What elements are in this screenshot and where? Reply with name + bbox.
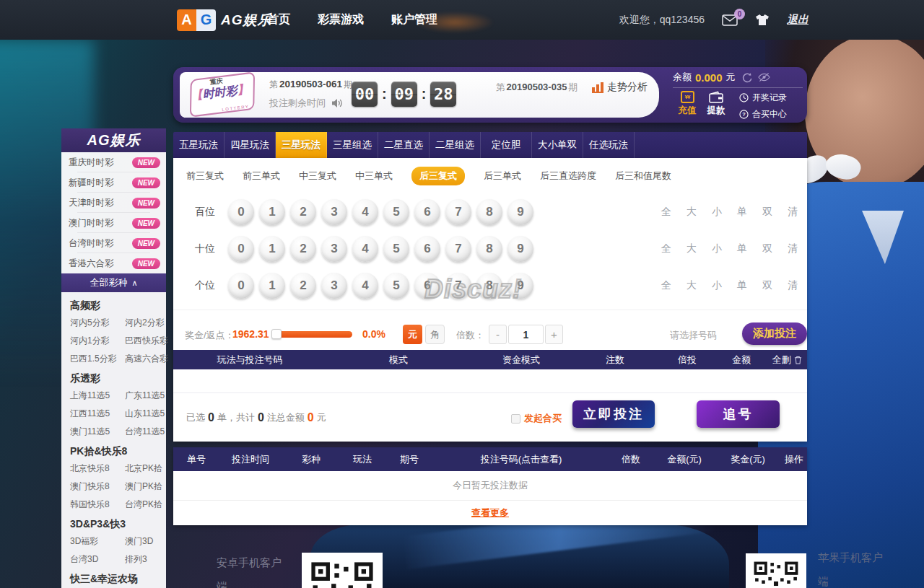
sidebar-link[interactable]: 北京PK拾 xyxy=(125,462,162,475)
ball-7[interactable]: 7 xyxy=(445,236,471,262)
filter-all[interactable]: 全 xyxy=(661,279,671,292)
ball-0[interactable]: 0 xyxy=(228,236,254,262)
ball-4[interactable]: 4 xyxy=(352,199,378,225)
ball-9[interactable]: 9 xyxy=(507,236,533,262)
slider-handle[interactable] xyxy=(271,329,282,339)
group-buy-toggle[interactable]: 发起合买 xyxy=(511,412,562,425)
withdraw-button[interactable]: 提款 xyxy=(702,91,731,117)
recharge-button[interactable]: ¥¥ 充值 xyxy=(673,91,702,117)
filter-even[interactable]: 双 xyxy=(762,206,772,219)
filter-all[interactable]: 全 xyxy=(661,206,671,219)
filter-all[interactable]: 全 xyxy=(661,242,671,255)
subtab-back3-multi[interactable]: 后三复式 xyxy=(411,167,465,185)
ball-6[interactable]: 6 xyxy=(414,273,440,299)
multiplier-plus-button[interactable]: + xyxy=(545,325,563,344)
tab-position[interactable]: 定位胆 xyxy=(481,132,532,158)
sidebar-link[interactable]: 河内1分彩 xyxy=(70,335,116,347)
sidebar-item-tjssc[interactable]: 天津时时彩 NEW xyxy=(61,193,166,213)
shirt-icon[interactable] xyxy=(755,14,770,26)
chase-number-button[interactable]: 追号 xyxy=(697,400,780,428)
ball-8[interactable]: 8 xyxy=(476,199,502,225)
filter-clear[interactable]: 清 xyxy=(788,242,798,255)
ball-9[interactable]: 9 xyxy=(507,199,533,225)
sidebar-link[interactable]: 广东11选5 xyxy=(125,390,165,402)
subtab-mid3-single[interactable]: 中三单式 xyxy=(355,170,393,183)
view-more-link[interactable]: 查看更多 xyxy=(471,506,509,519)
sidebar-item-cqssc[interactable]: 重庆时时彩 NEW xyxy=(61,152,166,172)
sidebar-link[interactable]: 澳门快乐8 xyxy=(70,481,116,493)
ball-9[interactable]: 9 xyxy=(507,273,533,299)
filter-big[interactable]: 大 xyxy=(687,206,697,219)
unit-jiao-button[interactable]: 角 xyxy=(425,325,445,344)
coop-center-link[interactable]: ? 合买中心 xyxy=(739,108,787,120)
sidebar-link[interactable]: 3D福彩 xyxy=(70,535,116,548)
sidebar-link[interactable]: 北京快乐8 xyxy=(70,462,116,475)
filter-odd[interactable]: 单 xyxy=(737,242,747,255)
mail-icon[interactable]: 0 xyxy=(722,14,738,26)
all-lotteries-toggle[interactable]: 全部彩种 ∧ xyxy=(61,273,166,292)
ball-3[interactable]: 3 xyxy=(321,273,347,299)
sidebar-link[interactable]: 台湾PK拾 xyxy=(125,499,162,511)
ball-7[interactable]: 7 xyxy=(445,273,471,299)
multiplier-minus-button[interactable]: - xyxy=(489,325,507,344)
sidebar-link[interactable]: 高速六合彩 xyxy=(125,353,168,365)
filter-odd[interactable]: 单 xyxy=(737,206,747,219)
group-buy-checkbox[interactable] xyxy=(511,414,520,424)
filter-small[interactable]: 小 xyxy=(712,242,722,255)
speaker-icon[interactable] xyxy=(331,98,343,108)
filter-clear[interactable]: 清 xyxy=(788,279,798,292)
ball-6[interactable]: 6 xyxy=(414,236,440,262)
rebate-slider[interactable] xyxy=(274,331,352,338)
sidebar-link[interactable]: 排列3 xyxy=(125,553,157,566)
draw-records-link[interactable]: 开奖记录 xyxy=(739,92,787,104)
sidebar-link[interactable]: 韩国快乐8 xyxy=(70,499,116,511)
sidebar-link[interactable]: 河内2分彩 xyxy=(125,317,168,329)
unit-yuan-button[interactable]: 元 xyxy=(403,325,422,344)
tab-2star-group[interactable]: 二星组选 xyxy=(430,132,481,158)
ball-8[interactable]: 8 xyxy=(476,273,502,299)
ball-5[interactable]: 5 xyxy=(383,236,409,262)
filter-even[interactable]: 双 xyxy=(762,242,772,255)
subtab-front3-single[interactable]: 前三单式 xyxy=(243,170,280,183)
tab-bigsmall[interactable]: 大小单双 xyxy=(532,132,583,158)
sidebar-link[interactable]: 澳门PK拾 xyxy=(125,481,162,493)
site-logo[interactable]: A G AG娱乐 xyxy=(177,9,272,31)
filter-big[interactable]: 大 xyxy=(687,279,697,292)
sidebar-link[interactable]: 巴西1.5分彩 xyxy=(70,353,116,365)
sidebar-link[interactable]: 江西11选5 xyxy=(70,408,116,420)
ball-6[interactable]: 6 xyxy=(414,199,440,225)
tab-optional[interactable]: 任选玩法 xyxy=(583,132,635,158)
ball-0[interactable]: 0 xyxy=(228,273,254,299)
filter-small[interactable]: 小 xyxy=(712,279,722,292)
nav-lottery-games[interactable]: 彩票游戏 xyxy=(318,12,364,27)
filter-small[interactable]: 小 xyxy=(712,206,722,219)
sidebar-link[interactable]: 澳门11选5 xyxy=(70,426,116,438)
ball-2[interactable]: 2 xyxy=(290,199,316,225)
multiplier-value[interactable]: 1 xyxy=(508,325,544,344)
ball-7[interactable]: 7 xyxy=(445,199,471,225)
tab-5star[interactable]: 五星玩法 xyxy=(173,132,225,158)
logout-link[interactable]: 退出 xyxy=(787,13,808,27)
trend-analysis-link[interactable]: 走势分析 xyxy=(592,81,648,94)
filter-big[interactable]: 大 xyxy=(687,242,697,255)
subtab-back3-sumtail[interactable]: 后三和值尾数 xyxy=(615,170,671,183)
sidebar-item-hklhc[interactable]: 香港六合彩 NEW xyxy=(61,253,166,273)
ball-4[interactable]: 4 xyxy=(352,273,378,299)
sidebar-link[interactable]: 台湾11选5 xyxy=(125,426,165,438)
ball-3[interactable]: 3 xyxy=(321,199,347,225)
tab-2star-direct[interactable]: 二星直选 xyxy=(378,132,430,158)
sidebar-item-xjssc[interactable]: 新疆时时彩 NEW xyxy=(61,172,166,193)
filter-clear[interactable]: 清 xyxy=(788,206,798,219)
bet-now-button[interactable]: 立即投注 xyxy=(572,400,655,428)
subtab-back3-span[interactable]: 后三直选跨度 xyxy=(540,170,596,183)
tab-3star-group[interactable]: 三星组选 xyxy=(327,132,378,158)
tab-4star[interactable]: 四星玩法 xyxy=(225,132,276,158)
tab-3star[interactable]: 三星玩法 xyxy=(276,132,327,158)
ball-0[interactable]: 0 xyxy=(228,199,254,225)
sidebar-link[interactable]: 台湾3D xyxy=(70,553,116,566)
sidebar-link[interactable]: 上海11选5 xyxy=(70,390,116,402)
sidebar-item-twssc[interactable]: 台湾时时彩 NEW xyxy=(61,233,166,253)
sidebar-link[interactable]: 澳门3D xyxy=(125,535,157,548)
ball-5[interactable]: 5 xyxy=(383,199,409,225)
ball-2[interactable]: 2 xyxy=(290,273,316,299)
